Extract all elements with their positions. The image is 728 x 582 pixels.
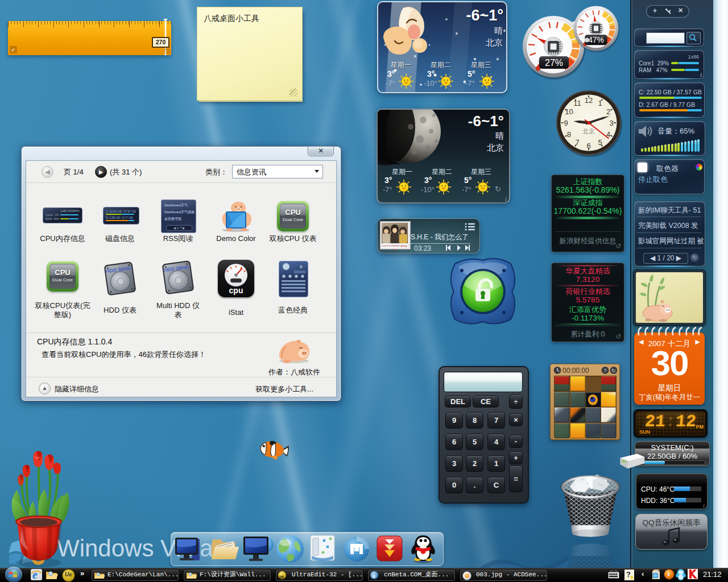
svg-text:6: 6 [586, 142, 590, 150]
svg-text:11: 11 [573, 99, 581, 107]
svg-text:27%: 27% [545, 58, 563, 68]
svg-text:北京: 北京 [582, 128, 595, 135]
svg-text:00:00:00: 00:00:00 [562, 367, 589, 375]
svg-text:9: 9 [564, 119, 568, 127]
svg-text:10: 10 [565, 107, 573, 116]
svg-text:3: 3 [609, 119, 613, 127]
svg-text:47%: 47% [588, 35, 604, 44]
svg-text:9: 9 [300, 264, 303, 269]
svg-text:12: 12 [585, 96, 593, 105]
svg-text:e: e [32, 568, 38, 581]
svg-text:8: 8 [567, 130, 571, 139]
svg-text:2: 2 [606, 107, 610, 116]
svg-text:7: 7 [575, 138, 579, 147]
svg-text:?: ? [604, 368, 607, 373]
svg-text:5: 5 [598, 138, 602, 147]
svg-text:1: 1 [598, 99, 602, 107]
svg-text:↻: ↻ [611, 368, 616, 373]
